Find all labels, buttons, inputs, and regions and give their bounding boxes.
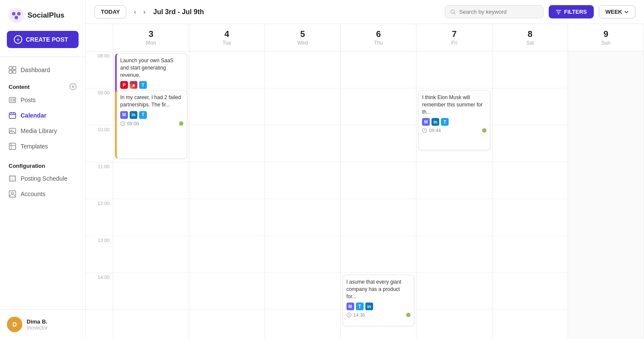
day-col-6 [568,51,644,339]
event-card-event2[interactable]: In my career, I had 2 failed partnership… [115,90,187,159]
event-card-event3[interactable]: I think Elon Musk will remember this sum… [418,90,490,150]
twitter-icon: T [441,118,449,126]
svg-rect-22 [9,143,16,150]
day-col-0: Launch your own SaaS and start generatin… [113,51,189,339]
svg-rect-7 [13,70,16,73]
filters-button[interactable]: FILTERS [549,5,594,18]
clock-icon [346,312,352,318]
search-input[interactable] [459,9,538,15]
day-num-6: 9 [568,29,644,39]
day-col-1 [189,51,265,339]
time-slot-1300: 13:00 [86,236,113,273]
sidebar-item-calendar[interactable]: Calendar [0,108,85,123]
linkedin-icon: in [130,111,137,119]
twitter-icon: T [139,111,147,119]
week-button[interactable]: WEEK [599,5,635,18]
time-column: 08:00 09:00 10:00 11:00 12:00 13:00 14:0… [86,51,113,339]
svg-rect-14 [12,99,15,100]
linkedin-icon: in [431,118,439,126]
svg-point-30 [12,192,14,194]
svg-line-44 [349,315,350,316]
event-time-label-event2: 09:00 [127,121,139,126]
svg-point-3 [15,16,18,19]
configuration-section-header: Configuration [0,157,85,171]
cal-header-day-4: 7 Fri [416,24,492,51]
logo-icon [9,8,24,23]
sidebar-item-posting-schedule[interactable]: Posting Schedule [0,171,85,186]
svg-rect-16 [9,113,16,118]
day-name-1: Tue [189,40,265,46]
sidebar-item-templates[interactable]: Templates [0,139,85,154]
search-bar[interactable] [445,5,544,18]
svg-rect-6 [9,70,12,73]
sidebar-item-accounts[interactable]: Accounts [0,186,85,202]
cal-header-day-5: 8 Sat [492,24,568,51]
dashboard-icon [9,66,16,74]
event-time-label-event3: 09:44 [429,128,441,133]
mastodon-icon: M [346,303,354,310]
day-num-0: 3 [113,29,189,39]
pinterest-icon: P [120,81,128,89]
main-content: TODAY ‹ › Jul 3rd - Jul 9th FILTERS WEEK [86,0,644,339]
day-num-4: 7 [416,29,492,39]
templates-icon [9,142,16,150]
svg-point-0 [9,8,24,23]
cal-header-day-6: 9 Sun [568,24,644,51]
logo: SocialPlus [0,0,85,31]
twitter-icon: T [356,303,364,310]
event-icons-event3: MinT [422,118,486,126]
event-footer-event2: 09:00 [120,121,183,126]
svg-line-41 [123,124,124,124]
svg-point-31 [451,10,454,13]
svg-rect-5 [13,67,16,70]
create-post-button[interactable]: + CREATE POST [7,31,79,48]
time-slot-1100: 11:00 [86,162,113,199]
clock-icon [422,128,427,133]
posting-schedule-icon [9,175,16,182]
time-slot-1500 [86,310,113,339]
day-name-4: Fri [416,40,492,46]
sidebar-user: D Dima B. Inovector [0,309,85,339]
event-icons-event2: MinT [120,111,183,119]
svg-point-12 [11,99,12,100]
time-col-header [86,24,113,51]
sidebar-item-posts[interactable]: Posts [0,92,85,108]
cal-header-day-1: 4 Tue [189,24,265,51]
event-footer-event4: 14:36 [346,312,411,318]
day-num-1: 4 [189,29,265,39]
sidebar-item-dashboard[interactable]: Dashboard [0,62,85,78]
time-slot-1200: 12:00 [86,199,113,236]
today-button[interactable]: TODAY [94,5,126,18]
instagram-icon: ■ [130,81,137,89]
media-library-icon [9,127,16,135]
posts-icon [9,96,16,104]
svg-line-47 [425,130,426,131]
cal-header-day-2: 5 Wed [265,24,341,51]
day-name-6: Sun [568,40,644,46]
twitter-icon: T [139,81,147,89]
sidebar-item-media-library[interactable]: Media Library [0,123,85,139]
clock-icon [120,121,125,126]
event-text-event2: In my career, I had 2 failed partnership… [120,94,183,109]
svg-point-1 [12,12,15,15]
svg-point-2 [17,12,21,15]
status-dot-event3 [482,128,486,133]
event-time-label-event4: 14:36 [353,312,365,318]
mastodon-icon: M [422,118,430,126]
day-col-4: I think Elon Musk will remember this sum… [416,51,492,339]
user-info: Dima B. Inovector [27,318,48,331]
status-dot-event2 [179,121,183,126]
event-time-event4: 14:36 [346,312,365,318]
day-num-3: 6 [341,29,416,39]
accounts-icon [9,190,16,198]
day-num-2: 5 [265,29,340,39]
date-range: Jul 3rd - Jul 9th [153,8,204,16]
next-week-button[interactable]: › [140,6,148,18]
linkedin-icon: in [365,303,373,310]
event-card-event4[interactable]: I asume that every giant company has a p… [343,275,415,326]
prev-week-button[interactable]: ‹ [131,6,139,18]
svg-point-13 [11,100,12,102]
event-time-event3: 09:44 [422,128,441,133]
sidebar: SocialPlus + CREATE POST Dashboard Conte… [0,0,86,339]
content-add-icon[interactable] [69,83,77,91]
